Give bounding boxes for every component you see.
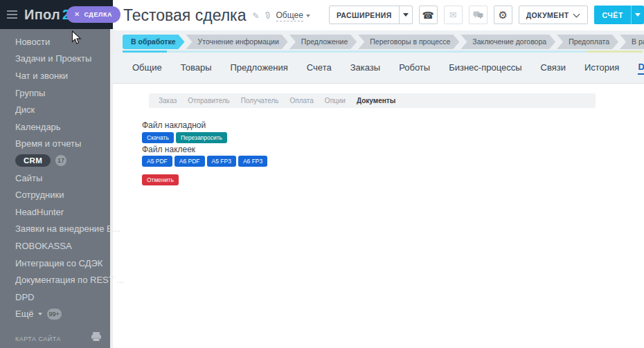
stage-chip-in-work[interactable]: В работе: [620, 35, 644, 49]
tab-dpd[interactable]: DPD: [638, 62, 644, 75]
sidebar-item-robokassa[interactable]: ROBOKASSA: [0, 237, 110, 255]
sidebar-item-news[interactable]: Новости: [0, 33, 110, 51]
phone-icon: ☎: [422, 10, 433, 20]
sitemap-link[interactable]: КАРТА САЙТА: [15, 336, 61, 342]
email-button[interactable]: ✉: [444, 6, 463, 24]
scope-dropdown[interactable]: Общее: [276, 10, 303, 21]
chevron-down-icon: [573, 10, 580, 17]
envelope-icon: ✉: [449, 10, 457, 19]
more-label: Ещё: [15, 309, 34, 319]
extensions-label: РАСШИРЕНИЯ: [330, 11, 399, 19]
extensions-button[interactable]: РАСШИРЕНИЯ: [329, 6, 413, 24]
stage-chip-prepayment[interactable]: Предоплата: [557, 35, 618, 49]
tab-relations[interactable]: Связи: [541, 62, 566, 74]
stage-chip-contract[interactable]: Заключение договора: [460, 35, 555, 49]
labels-file-label: Файл наклеек: [142, 145, 195, 154]
crm-pill: CRM: [15, 154, 51, 167]
download-button[interactable]: Скачать: [142, 132, 174, 143]
chevron-down-icon: [38, 313, 42, 315]
dpd-subtabs: Заказ Отправитель Получатель Оплата Опци…: [149, 93, 596, 108]
extensions-caret-button[interactable]: [400, 6, 412, 24]
tab-invoices[interactable]: Счета: [307, 62, 332, 74]
chevron-down-icon: [635, 13, 641, 17]
sidebar-item-tasks[interactable]: Задачи и Проекты: [0, 51, 110, 68]
subtab-order[interactable]: Заказ: [159, 97, 177, 104]
subtab-payment[interactable]: Оплата: [289, 97, 313, 104]
stage-progress-strip: [123, 51, 643, 53]
subtab-documents[interactable]: Документы: [357, 97, 395, 104]
document-button[interactable]: ДОКУМЕНТ: [519, 6, 589, 24]
sidebar-item-rest-docs[interactable]: Документация по REST ...: [0, 271, 110, 289]
header-toolbar: РАСШИРЕНИЯ ☎ ✉ ⚙ ДОКУМЕНТ СЧЁТ: [329, 6, 644, 24]
sidebar: Новости Задачи и Проекты Чат и звонки Гр…: [0, 29, 110, 348]
chevron-down-icon[interactable]: [306, 15, 310, 17]
deal-stage-bar: В обработке Уточнение информации Предлож…: [113, 30, 644, 53]
stage-chip-proposal[interactable]: Предложение: [289, 35, 357, 49]
sidebar-item-implementation-requests[interactable]: Заявки на внедрение Б...: [0, 221, 110, 238]
sidebar-item-dpd[interactable]: DPD: [0, 289, 110, 306]
page-title: Тестовая сделка: [123, 6, 246, 25]
more-counter-badge: 99+: [47, 309, 62, 320]
invoice-label: СЧЁТ: [594, 11, 631, 19]
tab-quotes[interactable]: Предложения: [230, 62, 287, 74]
menu-hamburger-icon[interactable]: [7, 10, 17, 19]
tab-robots[interactable]: Роботы: [399, 62, 430, 74]
label-a6-fp3-button[interactable]: A6 FP3: [238, 156, 267, 167]
invoice-caret-button[interactable]: [632, 6, 644, 24]
gear-icon: ⚙: [498, 10, 507, 20]
label-a6-pdf-button[interactable]: A6 PDF: [175, 156, 205, 167]
rerequest-button[interactable]: Перезапросить: [176, 132, 227, 143]
deal-tab-label: СДЕЛКА: [84, 11, 112, 18]
call-button[interactable]: ☎: [419, 6, 438, 24]
tab-orders[interactable]: Заказы: [350, 62, 380, 74]
printer-icon[interactable]: [91, 332, 102, 345]
tab-products[interactable]: Товары: [181, 62, 212, 74]
sidebar-item-calendar[interactable]: Календарь: [0, 118, 110, 136]
document-label: ДОКУМЕНТ: [519, 11, 571, 19]
sidebar-item-headhunter[interactable]: HeadHunter: [0, 203, 110, 221]
logo-text: Ипол: [24, 7, 60, 22]
sidebar-item-groups[interactable]: Группы: [0, 84, 110, 102]
label-a5-fp3-button[interactable]: A5 FP3: [207, 156, 236, 167]
tab-history[interactable]: История: [584, 62, 619, 74]
main-header: Тестовая сделка ✎ Общее РАСШИРЕНИЯ ☎ ✉: [113, 0, 644, 30]
settings-button[interactable]: ⚙: [494, 6, 512, 24]
close-icon[interactable]: ✕: [74, 11, 80, 18]
invoice-file-label: Файл накладной: [142, 120, 206, 130]
chat-button[interactable]: [469, 6, 488, 24]
subtab-options[interactable]: Опции: [325, 97, 346, 104]
chat-bubbles-icon: [473, 11, 483, 19]
label-a5-pdf-button[interactable]: A5 PDF: [142, 156, 172, 167]
sidebar-item-cdek[interactable]: Интеграция со СДЭК: [0, 255, 110, 272]
sidebar-item-disk[interactable]: Диск: [0, 101, 110, 118]
paperclip-icon[interactable]: [264, 11, 271, 20]
sidebar-item-sites[interactable]: Сайты: [0, 170, 110, 187]
deal-tabs: Общие Товары Предложения Счета Заказы Ро…: [113, 53, 644, 84]
deal-tab-pill[interactable]: ✕ СДЕЛКА: [66, 6, 120, 23]
sidebar-item-chat[interactable]: Чат и звонки: [0, 67, 110, 84]
tab-general[interactable]: Общие: [132, 62, 162, 74]
crm-counter-badge: 17: [55, 155, 66, 166]
tab-business-processes[interactable]: Бизнес-процессы: [449, 62, 521, 74]
invoice-button[interactable]: СЧЁТ: [594, 6, 644, 24]
subtab-receiver[interactable]: Получатель: [241, 97, 279, 104]
sidebar-item-crm[interactable]: CRM 17: [0, 152, 110, 170]
stage-chip-clarification[interactable]: Уточнение информации: [186, 35, 288, 49]
subtab-sender[interactable]: Отправитель: [188, 97, 230, 104]
sidebar-item-time-reports[interactable]: Время и отчеты: [0, 136, 110, 153]
cancel-button[interactable]: Отменить: [142, 174, 179, 185]
edit-pencil-icon[interactable]: ✎: [252, 11, 259, 21]
sidebar-item-more[interactable]: Ещё 99+: [0, 306, 110, 323]
stage-chip-in-processing[interactable]: В обработке: [123, 35, 185, 49]
stage-chip-negotiations[interactable]: Переговоры в процессе: [358, 35, 459, 49]
sidebar-item-employees[interactable]: Сотрудники: [0, 186, 110, 203]
chevron-down-icon: [403, 13, 409, 17]
